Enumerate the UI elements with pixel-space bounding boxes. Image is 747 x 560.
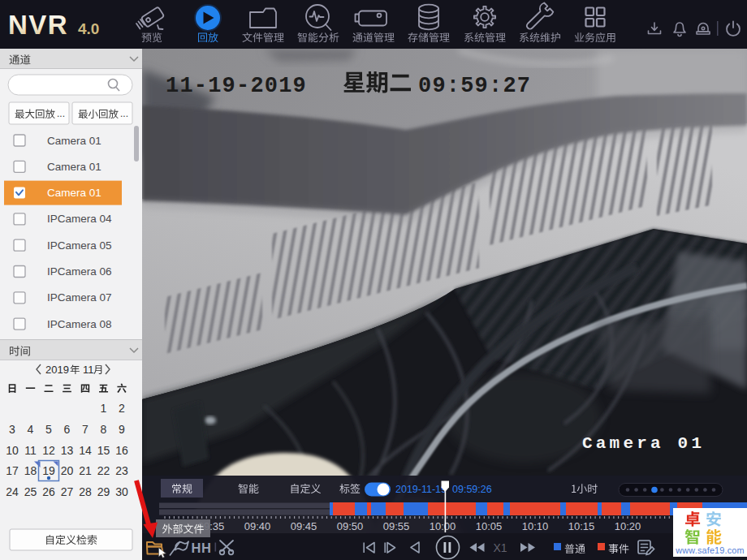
svg-text:16: 16 xyxy=(115,444,128,457)
svg-text:22: 22 xyxy=(97,464,110,477)
svg-text:17: 17 xyxy=(6,464,19,477)
svg-text:2: 2 xyxy=(119,402,125,415)
svg-text:09:55: 09:55 xyxy=(383,520,410,532)
svg-text:27: 27 xyxy=(61,485,74,498)
svg-text:09:45: 09:45 xyxy=(291,520,317,532)
svg-text:IPCamera 07: IPCamera 07 xyxy=(47,291,112,304)
svg-text:www.safe19.com: www.safe19.com xyxy=(675,545,744,555)
svg-text:8: 8 xyxy=(101,423,107,436)
svg-text:15: 15 xyxy=(97,444,110,457)
svg-text:18: 18 xyxy=(24,464,37,477)
svg-text:X1: X1 xyxy=(493,541,507,554)
svg-text:09:59:26: 09:59:26 xyxy=(452,484,492,495)
svg-text:28: 28 xyxy=(79,485,92,498)
svg-text:Camera 01: Camera 01 xyxy=(47,135,101,147)
svg-text:25: 25 xyxy=(24,485,37,498)
svg-text:3: 3 xyxy=(9,423,15,436)
svg-text:19: 19 xyxy=(42,464,55,477)
svg-text:14: 14 xyxy=(79,444,92,457)
svg-text:10:20: 10:20 xyxy=(615,520,641,532)
svg-text:IPCamera 05: IPCamera 05 xyxy=(47,239,112,252)
svg-text:10:15: 10:15 xyxy=(568,520,595,532)
svg-text:2019-11-19: 2019-11-19 xyxy=(395,484,447,495)
svg-text:10:00: 10:00 xyxy=(430,520,456,532)
svg-text:13: 13 xyxy=(61,444,74,457)
svg-text:HH: HH xyxy=(192,541,212,555)
svg-text:09:59:27: 09:59:27 xyxy=(418,74,531,98)
svg-text:4.0: 4.0 xyxy=(78,20,99,37)
svg-text:30: 30 xyxy=(115,485,128,498)
svg-text:IPCamera 08: IPCamera 08 xyxy=(47,318,112,330)
svg-text:10:10: 10:10 xyxy=(522,520,549,532)
svg-text:4: 4 xyxy=(28,423,34,436)
svg-text:10:05: 10:05 xyxy=(476,520,503,532)
svg-text:6: 6 xyxy=(64,423,71,436)
svg-text:5: 5 xyxy=(45,423,52,436)
svg-text:10: 10 xyxy=(6,444,19,457)
svg-text:24: 24 xyxy=(6,485,19,498)
svg-text:NVR: NVR xyxy=(8,10,68,40)
svg-text:9: 9 xyxy=(119,423,125,436)
svg-text:Camera 01: Camera 01 xyxy=(47,187,101,199)
svg-text:2019: 2019 xyxy=(45,364,69,376)
svg-text:26: 26 xyxy=(42,485,55,498)
svg-text:21: 21 xyxy=(79,464,92,477)
svg-text:29: 29 xyxy=(97,485,110,498)
svg-text:09:50: 09:50 xyxy=(337,520,364,532)
svg-text:12: 12 xyxy=(42,444,55,457)
svg-text:IPCamera 04: IPCamera 04 xyxy=(47,213,112,225)
svg-text:7: 7 xyxy=(82,423,89,436)
svg-text:Camera 01: Camera 01 xyxy=(47,161,101,173)
svg-text:11: 11 xyxy=(83,364,94,376)
svg-text:Camera 01: Camera 01 xyxy=(582,434,705,453)
svg-text:11-19-2019: 11-19-2019 xyxy=(166,74,307,98)
svg-text:1: 1 xyxy=(101,402,107,415)
svg-text:20: 20 xyxy=(61,464,74,477)
svg-text:09:40: 09:40 xyxy=(244,520,271,532)
svg-text:11: 11 xyxy=(24,444,37,457)
svg-text:...: ... xyxy=(57,108,65,119)
svg-text:23: 23 xyxy=(115,464,128,477)
svg-text:IPCamera 06: IPCamera 06 xyxy=(47,265,112,278)
svg-text:...: ... xyxy=(120,108,128,119)
